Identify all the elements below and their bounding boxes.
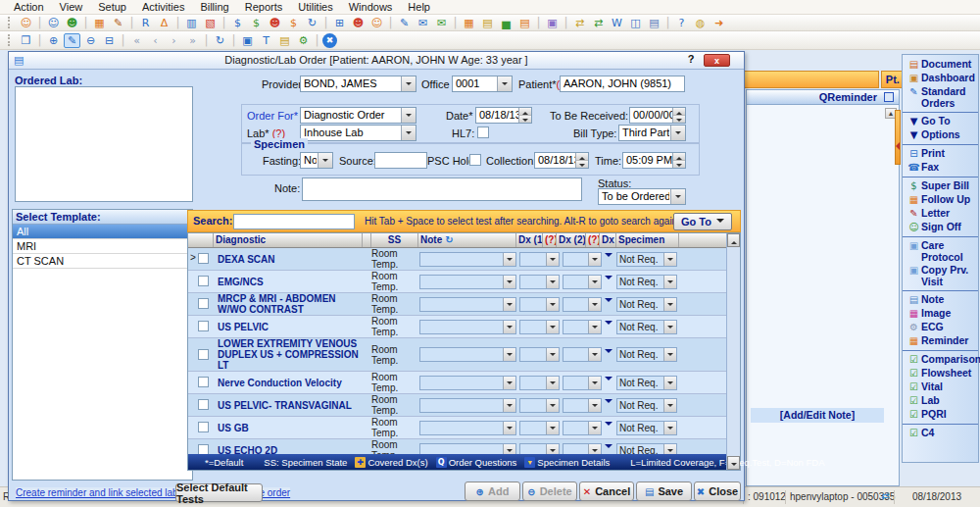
template-icon[interactable]: T bbox=[258, 33, 274, 48]
select-default-tests-button[interactable]: Select Default Tests bbox=[175, 483, 263, 502]
dx-menu-arrow-icon[interactable] bbox=[602, 253, 614, 265]
table-row[interactable]: > MRCP & MRI - ABDOMEN W/WO CONTRAST Roo… bbox=[188, 293, 728, 316]
office-dropdown[interactable]: 0001 bbox=[452, 76, 513, 92]
save-button[interactable]: ▤Save bbox=[636, 482, 692, 501]
separator[interactable]: | bbox=[120, 33, 126, 48]
separator[interactable]: | bbox=[563, 16, 569, 30]
table-row[interactable]: > US PELVIC Room Temp. Not Req. bbox=[188, 316, 728, 338]
cancel-button[interactable]: ✕Cancel bbox=[579, 482, 634, 501]
table-row[interactable]: > US PELVIC- TRANSVAGINAL Room Temp. Not… bbox=[188, 394, 728, 417]
separator[interactable]: | bbox=[174, 16, 181, 30]
col-dx[interactable]: Dx bbox=[600, 233, 616, 247]
table-row[interactable]: > Nerve Conduction Velocity Room Temp. N… bbox=[188, 372, 728, 394]
dx1-dropdown[interactable] bbox=[519, 275, 560, 289]
table-scrollbar[interactable] bbox=[726, 233, 740, 470]
specimen-dropdown[interactable]: Not Req. bbox=[616, 252, 677, 267]
menu-item[interactable]: Reports bbox=[237, 1, 291, 13]
eligibility-icon[interactable]: ▧ bbox=[202, 16, 219, 30]
tasks-icon[interactable]: ☻ bbox=[350, 16, 367, 30]
menu-item[interactable]: Setup bbox=[90, 1, 134, 13]
sidebar-item-options[interactable]: ▼ Options bbox=[903, 128, 978, 142]
menu-item[interactable]: View bbox=[52, 1, 91, 13]
lab-flask-icon[interactable]: Δ bbox=[156, 16, 172, 30]
dx2-dropdown[interactable] bbox=[563, 275, 602, 289]
specimen-dropdown[interactable]: Not Req. bbox=[616, 320, 677, 334]
sidebar-item-note[interactable]: ▤ Note bbox=[903, 290, 978, 307]
toolbar-grip[interactable] bbox=[8, 34, 12, 46]
chevron-down-icon[interactable] bbox=[670, 189, 685, 204]
dx2-dropdown[interactable] bbox=[563, 398, 602, 413]
scroll-down-arrow[interactable] bbox=[727, 456, 740, 470]
table-row[interactable]: > LOWER EXTREMITY VENOUS DUPLEX US + COM… bbox=[188, 338, 728, 372]
add-button[interactable]: ⊕Add bbox=[465, 482, 520, 501]
separator[interactable]: | bbox=[36, 33, 43, 48]
help-icon[interactable]: ? bbox=[673, 16, 690, 30]
dx2-dropdown[interactable] bbox=[563, 297, 602, 312]
documents-icon[interactable]: ▤ bbox=[479, 16, 496, 30]
note-dropdown[interactable] bbox=[419, 320, 516, 334]
sidebar-item-reminder[interactable]: ▦ Reminder bbox=[903, 334, 978, 348]
next-record-icon[interactable]: › bbox=[166, 33, 182, 48]
patient-field[interactable]: AARON, JOHN (9851) bbox=[560, 76, 685, 92]
sidebar-item-comparison[interactable]: ☑ Comparison bbox=[903, 350, 978, 367]
first-record-icon[interactable]: « bbox=[128, 33, 145, 48]
hl7-checkbox[interactable] bbox=[477, 127, 489, 138]
schedule-icon[interactable]: ▦ bbox=[461, 16, 477, 30]
send-mail-icon[interactable]: ✉ bbox=[415, 16, 431, 30]
add-record-icon[interactable]: ⊕ bbox=[45, 33, 62, 48]
remote-desktop-icon[interactable]: ◫ bbox=[627, 16, 644, 30]
sidebar-item-follow-up[interactable]: ▦ Follow Up bbox=[903, 193, 978, 207]
specimen-dropdown[interactable]: Not Req. bbox=[616, 297, 677, 312]
help-button[interactable]: ? bbox=[684, 53, 698, 65]
menu-item[interactable]: Action bbox=[6, 1, 52, 13]
chevron-down-icon[interactable] bbox=[670, 126, 685, 140]
clipboard-icon[interactable]: ▣ bbox=[544, 16, 561, 30]
sidebar-item-lab[interactable]: ☑ Lab bbox=[903, 394, 978, 408]
sidebar-item-dashboard[interactable]: ▣ Dashboard bbox=[903, 72, 978, 85]
prescription-icon[interactable]: R bbox=[137, 16, 154, 30]
col-note[interactable]: Note↻ bbox=[418, 233, 516, 247]
row-checkbox[interactable] bbox=[198, 399, 209, 410]
ordered-lab-listbox[interactable] bbox=[15, 86, 193, 202]
logout-icon[interactable]: ➜ bbox=[710, 16, 727, 30]
specimen-dropdown[interactable]: Not Req. bbox=[616, 275, 677, 289]
close-window-icon[interactable]: ✖ bbox=[322, 33, 337, 48]
psc-hold-checkbox[interactable] bbox=[469, 154, 481, 166]
separator[interactable]: | bbox=[387, 16, 394, 30]
separator[interactable]: | bbox=[314, 33, 320, 48]
row-checkbox[interactable] bbox=[198, 349, 209, 360]
fasting-dropdown[interactable]: No bbox=[300, 152, 333, 169]
menu-item[interactable]: Utilities bbox=[290, 1, 340, 13]
table-row[interactable]: > EMG/NCS Room Temp. Not Req. bbox=[188, 271, 728, 293]
template-item[interactable]: All bbox=[13, 225, 192, 239]
charges-icon[interactable]: $ bbox=[229, 16, 246, 30]
separator[interactable]: | bbox=[82, 16, 89, 30]
patients-group-icon[interactable]: ☻ bbox=[267, 16, 283, 30]
separator[interactable]: | bbox=[36, 16, 43, 30]
dx1-dropdown[interactable] bbox=[519, 252, 560, 267]
separator[interactable]: | bbox=[322, 16, 329, 30]
payments-icon[interactable]: $ bbox=[248, 16, 265, 30]
add-edit-note-link[interactable]: [Add/Edit Note] bbox=[751, 408, 884, 423]
sidebar-item-c4[interactable]: ☑ C4 bbox=[903, 424, 978, 440]
patient-icon[interactable]: ☺ bbox=[18, 16, 34, 30]
chevron-down-icon[interactable] bbox=[401, 126, 416, 140]
encounter-note-icon[interactable]: ✎ bbox=[110, 16, 126, 30]
last-record-icon[interactable]: » bbox=[184, 33, 201, 48]
copy-record-icon[interactable]: ▣ bbox=[239, 33, 256, 48]
table-row[interactable]: > US GB Room Temp. Not Req. bbox=[188, 417, 728, 439]
delete-record-icon[interactable]: ⊖ bbox=[82, 33, 99, 48]
dx1-dropdown[interactable] bbox=[519, 347, 560, 362]
chevron-down-icon[interactable] bbox=[497, 76, 512, 91]
separator[interactable]: | bbox=[128, 16, 135, 30]
folder-contact-icon[interactable]: ▤ bbox=[516, 16, 533, 30]
prev-record-icon[interactable]: ‹ bbox=[147, 33, 164, 48]
scroll-up-arrow[interactable] bbox=[727, 233, 740, 247]
patient-verify-icon[interactable]: ☻ bbox=[64, 16, 80, 30]
dx1-dropdown[interactable] bbox=[519, 421, 560, 435]
specimen-dropdown[interactable]: Not Req. bbox=[616, 376, 677, 390]
separator[interactable]: | bbox=[220, 16, 227, 30]
dx2-dropdown[interactable] bbox=[563, 252, 602, 267]
note-dropdown[interactable] bbox=[419, 275, 516, 289]
note-dropdown[interactable] bbox=[419, 421, 516, 435]
